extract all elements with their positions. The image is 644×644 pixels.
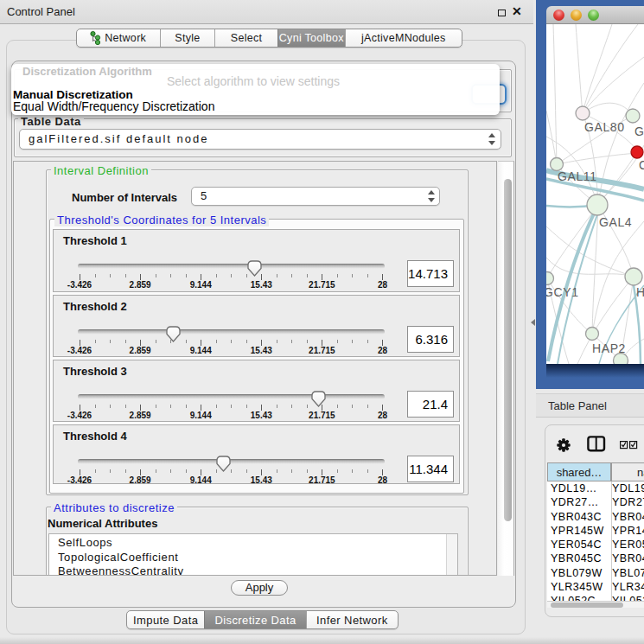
svg-text:GAL80: GAL80 — [584, 120, 625, 134]
svg-text:GCY1: GCY1 — [546, 285, 579, 299]
svg-text:C: C — [639, 158, 644, 172]
svg-text:HI: HI — [636, 285, 644, 299]
svg-text:GAL4: GAL4 — [599, 215, 632, 229]
svg-text:G.: G. — [634, 124, 644, 138]
svg-text:GAL11: GAL11 — [558, 169, 597, 183]
svg-text:HAP2: HAP2 — [592, 341, 626, 355]
